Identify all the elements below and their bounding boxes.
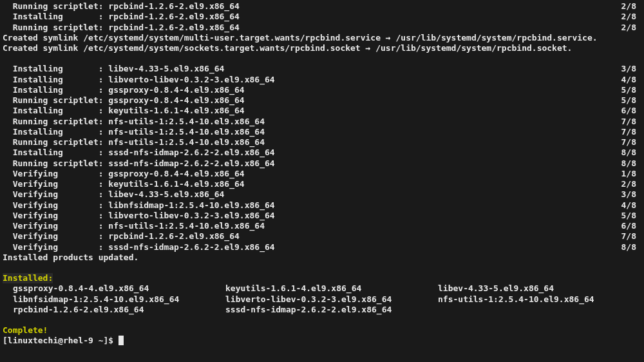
output-line: Installing : libverto-libev-0.3.2-3.el9.…: [3, 75, 641, 85]
package-name: keyutils-1.6.1-4.el9.x86_64: [225, 283, 438, 294]
terminal-output[interactable]: Running scriptlet: rpcbind-1.2.6-2.el9.x…: [3, 1, 641, 347]
complete-message: Complete!: [3, 325, 641, 336]
package-name: rpcbind-1.2.6-2.el9.x86_64: [13, 305, 225, 315]
output-line: Verifying : keyutils-1.6.1-4.el9.x86_642…: [3, 179, 641, 189]
package-name: libnfsidmap-1:2.5.4-10.el9.x86_64: [13, 294, 225, 305]
output-line: Installing : nfs-utils-1:2.5.4-10.el9.x8…: [3, 127, 641, 137]
output-line: Verifying : rpcbind-1.2.6-2.el9.x86_647/…: [3, 231, 641, 242]
installed-packages: gssproxy-0.8.4-4.el9.x86_64keyutils-1.6.…: [3, 283, 641, 315]
output-line: Running scriptlet: rpcbind-1.2.6-2.el9.x…: [3, 1, 641, 12]
output-line: Installing : sssd-nfs-idmap-2.6.2-2.el9.…: [3, 148, 641, 158]
output-line: Verifying : nfs-utils-1:2.5.4-10.el9.x86…: [3, 221, 641, 231]
prompt-text: [linuxtechi@rhel-9 ~]$: [3, 336, 118, 345]
package-name: sssd-nfs-idmap-2.6.2-2.el9.x86_64: [225, 305, 438, 315]
output-line: Created symlink /etc/systemd/system/sock…: [3, 43, 641, 53]
package-name: gssproxy-0.8.4-4.el9.x86_64: [13, 283, 225, 294]
output-line: Installing : rpcbind-1.2.6-2.el9.x86_642…: [3, 12, 641, 22]
blank-line: [3, 315, 641, 325]
output-line: Verifying : libnfsidmap-1:2.5.4-10.el9.x…: [3, 200, 641, 211]
blank-line: [3, 263, 641, 273]
installed-header: Installed:: [3, 273, 641, 283]
output-line: Verifying : libev-4.33-5.el9.x86_643/8: [3, 189, 641, 200]
output-line: Installing : keyutils-1.6.1-4.el9.x86_64…: [3, 106, 641, 116]
output-line: Running scriptlet: nfs-utils-1:2.5.4-10.…: [3, 117, 641, 127]
output-line: Verifying : gssproxy-0.8.4-4.el9.x86_641…: [3, 169, 641, 179]
package-name: nfs-utils-1:2.5.4-10.el9.x86_64: [438, 294, 644, 305]
output-line: Created symlink /etc/systemd/system/mult…: [3, 33, 641, 43]
output-line: Installed products updated.: [3, 252, 641, 263]
output-line: Installing : libev-4.33-5.el9.x86_643/8: [3, 64, 641, 74]
output-line: Running scriptlet: gssproxy-0.8.4-4.el9.…: [3, 95, 641, 106]
package-name: libverto-libev-0.3.2-3.el9.x86_64: [225, 294, 438, 305]
output-line: Running scriptlet: rpcbind-1.2.6-2.el9.x…: [3, 23, 641, 33]
package-name: libev-4.33-5.el9.x86_64: [438, 283, 644, 294]
cursor-icon: [118, 336, 124, 345]
output-line: Verifying : libverto-libev-0.3.2-3.el9.x…: [3, 211, 641, 221]
output-line: Verifying : sssd-nfs-idmap-2.6.2-2.el9.x…: [3, 242, 641, 252]
output-line: Installing : gssproxy-0.8.4-4.el9.x86_64…: [3, 85, 641, 95]
shell-prompt[interactable]: [linuxtechi@rhel-9 ~]$: [3, 336, 641, 346]
output-line: Running scriptlet: sssd-nfs-idmap-2.6.2-…: [3, 158, 641, 169]
output-line: Running scriptlet: nfs-utils-1:2.5.4-10.…: [3, 137, 641, 148]
blank-line: [3, 53, 641, 64]
